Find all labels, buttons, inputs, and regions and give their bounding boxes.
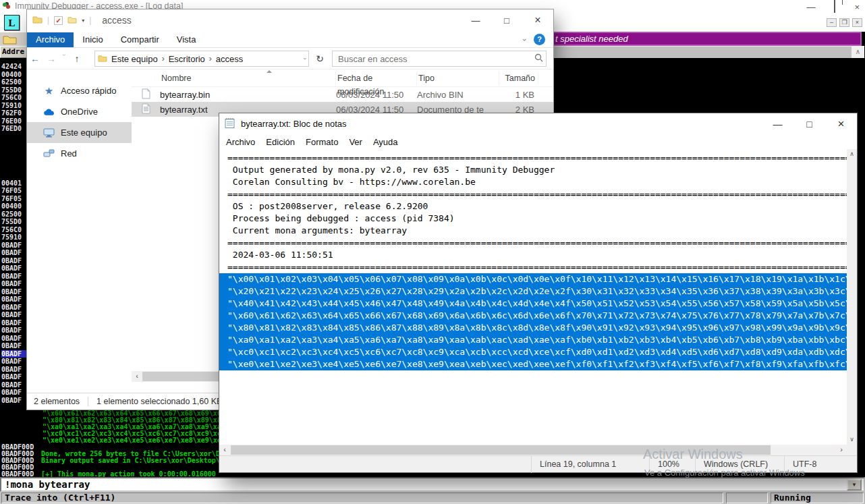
folder-small-icon[interactable] (67, 16, 77, 26)
breadcrumb-access[interactable]: access (216, 54, 243, 64)
sidebar-item-quick-access[interactable]: ★ Acceso rápido (27, 80, 132, 101)
folder-icon[interactable] (32, 16, 43, 26)
tab-inicio[interactable]: Inicio (74, 32, 111, 47)
address-row[interactable]: 755D0 (1, 218, 28, 226)
scroll-up-icon[interactable]: ∧ (852, 46, 864, 58)
address-row[interactable]: 0BADF (1, 249, 28, 257)
text-line[interactable]: ========================================… (227, 261, 847, 273)
tab-compartir[interactable]: Compartir (112, 32, 168, 47)
address-row[interactable]: 0BADF (1, 242, 28, 250)
address-row[interactable] (1, 171, 28, 179)
scroll-down-icon[interactable]: ∨ (847, 435, 857, 445)
forward-icon[interactable]: → (43, 53, 59, 64)
column-header-name[interactable]: Nombre (160, 72, 336, 85)
address-row[interactable]: 0BADF (1, 319, 28, 327)
menu-ver[interactable]: Ver (343, 137, 368, 147)
sidebar-item-this-pc[interactable]: Este equipo (27, 122, 132, 143)
minimize-icon[interactable]: — (762, 113, 793, 134)
menu-edicion[interactable]: Edición (260, 137, 300, 147)
close-icon[interactable]: × (854, 2, 860, 12)
address-row[interactable]: 0BADF (1, 257, 28, 265)
back-icon[interactable]: ← (27, 53, 43, 64)
search-input[interactable] (333, 54, 531, 64)
text-line[interactable]: "\x40\x41\x42\x43\x44\x45\x46\x47\x48\x4… (219, 298, 847, 310)
text-line[interactable]: ========================================… (227, 152, 847, 164)
scrollbar-thumb[interactable] (231, 445, 771, 455)
address-dropdown-icon[interactable]: › (302, 58, 308, 60)
address-row[interactable]: 0BADF (1, 381, 28, 389)
address-row[interactable]: 0BADF (1, 280, 28, 288)
help-icon[interactable]: ? (534, 34, 545, 45)
text-line[interactable]: "\x80\x81\x82\x83\x84\x85\x86\x87\x88\x8… (219, 322, 847, 334)
scroll-left-icon[interactable]: ‹ (132, 371, 142, 382)
address-row[interactable]: 0BADF (1, 264, 28, 273)
tab-vista[interactable]: Vista (168, 32, 205, 47)
column-header-date[interactable]: Fecha de modificación (336, 72, 417, 85)
mdi-minimize-icon[interactable]: – (827, 18, 837, 27)
close-icon[interactable]: × (825, 113, 857, 134)
minimize-icon[interactable]: — (806, 2, 815, 12)
address-row[interactable]: 0BADF (1, 273, 28, 281)
address-row[interactable]: 756C0 (1, 94, 28, 102)
address-row[interactable]: 0BADF (1, 389, 28, 397)
text-line[interactable]: Process being debugged : access (pid 738… (227, 213, 847, 225)
address-row[interactable]: 0BADF (1, 358, 28, 366)
refresh-icon[interactable]: ↻ (312, 51, 328, 67)
address-row[interactable]: 00400 (1, 71, 28, 79)
scroll-up-icon[interactable]: ∧ (847, 149, 857, 159)
address-row[interactable]: 0BADF (1, 296, 28, 304)
address-row[interactable]: 76E00 (1, 117, 28, 125)
address-row[interactable]: 75910 (1, 102, 28, 110)
text-line[interactable]: ========================================… (227, 188, 847, 200)
horizontal-scrollbar[interactable]: ‹ › (219, 445, 857, 455)
address-row[interactable]: 76F05 (1, 195, 28, 203)
text-line[interactable]: 2024-03-06 11:50:51 (227, 249, 847, 261)
menu-ayuda[interactable]: Ayuda (368, 137, 403, 147)
address-row[interactable]: 0BADF (1, 342, 28, 350)
scroll-right-icon[interactable]: › (836, 445, 847, 455)
command-input[interactable]: !mona bytearray (1, 479, 847, 490)
tab-archivo[interactable]: Archivo (27, 32, 74, 47)
address-row[interactable]: 0BADF (1, 304, 28, 312)
text-line[interactable]: "\x00\x01\x02\x03\x04\x05\x06\x07\x08\x0… (219, 273, 847, 285)
address-row[interactable]: 0BADF (1, 327, 28, 335)
address-row[interactable]: 75910 (1, 233, 28, 242)
text-line[interactable]: "\x20\x21\x22\x23\x24\x25\x26\x27\x28\x2… (219, 285, 847, 298)
minimize-icon[interactable]: — (460, 9, 491, 31)
address-row[interactable]: 76F05 (1, 187, 28, 195)
address-row[interactable] (1, 164, 28, 172)
address-row[interactable]: 62500 (1, 211, 28, 219)
address-row[interactable] (1, 140, 28, 148)
restore-icon[interactable] (834, 1, 835, 13)
column-header-type[interactable]: Tipo (417, 72, 499, 85)
address-row[interactable] (1, 156, 28, 164)
breadcrumb-desktop[interactable]: Escritorio (169, 54, 205, 64)
history-dropdown-icon[interactable]: › (61, 54, 67, 63)
text-line[interactable]: "\xe0\xe1\xe2\xe3\xe4\xe5\xe6\xe7\xe8\xe… (219, 358, 847, 370)
vertical-scrollbar[interactable]: ∧ ∨ (847, 149, 857, 445)
text-line[interactable]: Output generated by mona.py v2.0, rev 63… (227, 164, 847, 176)
properties-check-icon[interactable]: ✓ (54, 16, 63, 25)
command-dropdown-icon[interactable]: ▼ (847, 479, 862, 491)
text-line[interactable]: ========================================… (227, 237, 847, 249)
address-row[interactable]: 42424 (1, 63, 28, 71)
maximize-icon[interactable]: □ (491, 9, 522, 31)
mdi-restore-icon[interactable]: ❒ (839, 18, 849, 27)
log-window-icon[interactable]: L (4, 15, 20, 30)
text-line[interactable]: OS : post2008server, release 6.2.9200 (227, 200, 847, 213)
search-icon[interactable] (531, 53, 546, 64)
scroll-left-icon[interactable]: ‹ (219, 445, 230, 455)
text-line[interactable]: "\xc0\xc1\xc2\xc3\xc4\xc5\xc6\xc7\xc8\xc… (219, 346, 847, 358)
address-row[interactable]: 0BADF (1, 366, 28, 374)
address-row[interactable]: 762F0 (1, 109, 28, 117)
maximize-icon[interactable]: □ (793, 113, 825, 134)
mdi-close-icon[interactable]: × (852, 18, 862, 27)
text-line[interactable]: "\x60\x61\x62\x63\x64\x65\x66\x67\x68\x6… (219, 310, 847, 322)
address-row[interactable]: 00400 (1, 202, 28, 211)
sidebar-item-onedrive[interactable]: OneDrive (27, 101, 132, 122)
up-icon[interactable]: ↑ (69, 53, 85, 64)
address-row[interactable]: 62500 (1, 78, 28, 86)
address-row[interactable]: 755D0 (1, 86, 28, 94)
ribbon-collapse-icon[interactable]: › (521, 38, 529, 41)
address-row[interactable]: 756C0 (1, 226, 28, 234)
